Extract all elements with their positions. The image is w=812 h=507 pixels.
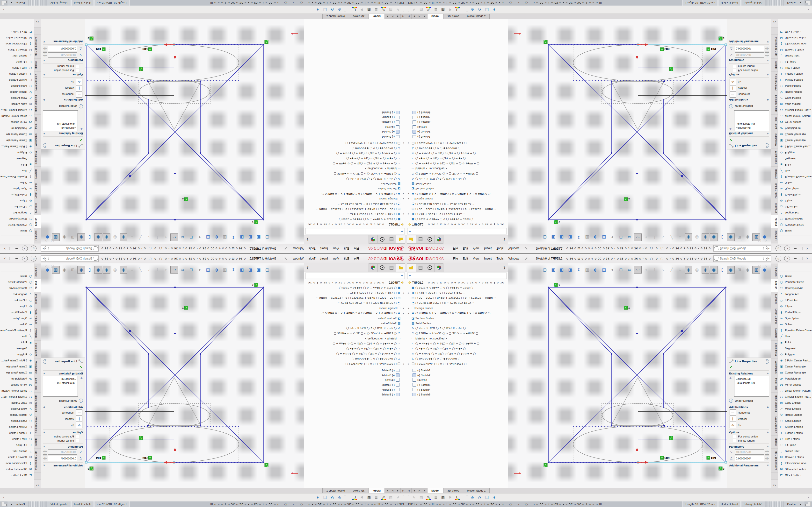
add-relation-row[interactable]: — Horizontal — [729, 409, 769, 415]
tool-item[interactable]: ∷ Linear Sketch Pattern — [0, 113, 34, 119]
sketch-tree-item[interactable]: (-) Sketch4 — [304, 115, 406, 120]
heads-up-icon[interactable]: ◨ — [566, 233, 574, 241]
heads-up-icon[interactable]: ● — [769, 233, 771, 241]
panel-expand-chevron-icon[interactable]: ❯ — [501, 238, 508, 241]
close-button[interactable]: × — [4, 257, 6, 261]
tab-scroll-button[interactable]: ◀ — [395, 488, 400, 493]
tool-item[interactable]: ◞ Sketch Fillet — [0, 448, 34, 454]
tab-scroll-button[interactable]: ▶ — [390, 14, 395, 19]
heads-up-icon[interactable]: ● — [769, 266, 771, 274]
relation-button-icon[interactable]: | — [76, 85, 83, 91]
minimize-button[interactable] — [15, 248, 18, 249]
tool-item[interactable]: ⊞ Copy Entities — [0, 400, 34, 406]
tree-root-item[interactable]: ❖ TЯPDL2. ⊙ ƷЄ ⊙ Ш ⊙ ⊙ ⊙ ✛ ⊙ ƆC ⊙ ƷЄ ⊙ ∙… — [406, 222, 508, 227]
graphics-area[interactable]: ╱Ʒ ╱Ʒ ╱Ʒ ╱ ╱ =109 =109 ▢▣◧◨↧▦◐▤▾⊟≋↩⌖⊥∿╱∟… — [41, 19, 304, 243]
construction-triangle[interactable] — [611, 378, 664, 426]
tree-item[interactable]: ▸ ❏ ◯ ƧƼƷЄИΝⱯ∪ ⊹ ◯ ⊙ ◯ ⊹ ∪ⱯИΝƷЄƼƧ ◯ — [304, 141, 406, 146]
sketch-tree-item[interactable]: (-) Sketch4 — [304, 387, 406, 392]
command-tab[interactable]: Mold Tools — [771, 376, 778, 393]
tree-item[interactable]: ▸ A ◯ ƧƼИΝ◉ ⊙ ✛ Ɐ ✛ ◉ИΝⱯ ◯ ⊙ ◯ ⱯИΝ◉ ✛ Ɐ … — [304, 311, 406, 316]
tab-scroll-button[interactable]: ◀ — [406, 14, 412, 19]
tool-item[interactable]: ⊞ Copy Entities — [778, 101, 812, 107]
menu-item[interactable]: Insert — [318, 256, 330, 261]
tree-item[interactable]: ≔ Material < not specified > — [406, 336, 508, 341]
relations-listbox[interactable]: Collinear108 Equal length109 — [734, 110, 769, 131]
help-icon[interactable]: ? — [784, 245, 790, 251]
heads-up-icon[interactable]: ⌖ — [642, 233, 650, 241]
bottom-toolbar-icon[interactable]: ✎ — [395, 495, 401, 501]
tool-item[interactable]: ⊢ Stretch Entities — [0, 77, 34, 83]
heads-up-icon[interactable]: ● — [41, 233, 43, 241]
command-tab[interactable]: Evaluate — [34, 166, 41, 181]
tree-item[interactable]: ✎ ◯ ƧƼ∙∪ ※ ⚷ⱯⓂ ◯ ⊙ ◯ ⓂⱯ⚷ ※ ∪∙ƼƧ ◯ — [406, 326, 508, 331]
panel-help-icon[interactable]: ? — [765, 359, 769, 363]
command-tab[interactable]: Mesh Modeling — [34, 393, 41, 414]
bottom-toolbar-icon[interactable]: ≣ — [373, 7, 379, 12]
tool-item[interactable]: ↥ Extend Entities — [778, 430, 812, 436]
collapse-chevron-icon[interactable]: ∧ — [767, 99, 769, 102]
bottom-toolbar-icon[interactable]: ▤ — [388, 495, 394, 501]
tree-item[interactable]: ∟ ◯ ИΝ⊙⅁⊙⚷◉ ◯ ⊙ ◯ ◉⚷⊙⅁⊙ИΝ ◯ — [304, 356, 406, 361]
heads-up-icon[interactable]: ◉ — [103, 233, 110, 241]
tree-item[interactable]: ▣ ◯ ƧƼƷЄ ✛ ⊙⚷◉ⱯΦ ◯ ⊙ ◯ ΦⱯ◉⚷⊙ ✛ ƷЄƼƧ ◯ — [406, 217, 508, 222]
heads-up-icon[interactable]: ⌖ — [162, 233, 170, 241]
add-relation-row[interactable]: | Vertical — [729, 416, 769, 422]
bottom-toolbar-icon[interactable]: ⊙ — [469, 495, 475, 501]
tree-item[interactable]: ▱ ◯ ∙◉ ✛ ◯ ※ ⦿ǀ◯ ⊙ ◯ǀ⦿ ※ ◯ ✛ ◉∙ ◯ — [304, 156, 406, 161]
restore-button[interactable] — [800, 247, 803, 250]
heads-up-icon[interactable]: ◨ — [238, 266, 246, 274]
bottom-toolbar-icon[interactable]: ❏ — [322, 7, 328, 12]
sketch-tree-item[interactable]: Sketch3 — [304, 125, 406, 129]
tool-item[interactable]: ∿ Style Spline — [0, 315, 34, 321]
relations-listbox[interactable]: Collinear108 Equal length109 — [43, 376, 78, 397]
tool-item[interactable]: ⊠ Silhouette Entities — [778, 35, 812, 41]
command-tab[interactable]: MBD Dimensions — [771, 449, 778, 473]
heads-up-icon[interactable]: ◉ — [684, 266, 692, 274]
tool-item[interactable]: ∾ Spline — [0, 321, 34, 327]
tree-item[interactable]: Σ ◯ ƧƼИΝ◉ ⊙ ✛ Ɐ∪ƷЄ ◯ ⊙ ◯ ƷЄ∪Ɐ ✛ ⊙ ◉ИΝƼƧ … — [304, 331, 406, 336]
sketch-lines[interactable] — [85, 45, 264, 220]
tool-item[interactable]: ƒ Equation Driven Curve — [0, 327, 34, 333]
tree-filter-input[interactable] — [412, 230, 506, 233]
tool-item[interactable]: ⊠ Silhouette Entities — [0, 466, 34, 472]
upper-ellipse[interactable] — [139, 80, 210, 103]
toolbar-overflow-chevron-icon[interactable]: » — [808, 8, 809, 11]
construction-triangle[interactable] — [148, 81, 201, 129]
relation-button-icon[interactable]: | — [729, 416, 736, 422]
command-tab[interactable]: Surfaces — [34, 201, 41, 215]
section-existing-relations[interactable]: Existing Relations∧ — [43, 372, 83, 375]
expand-chevron-icon[interactable]: ∨ — [43, 40, 45, 43]
document-tab[interactable]: 3D Views — [349, 488, 368, 493]
tool-item[interactable]: ▭ Corner Rectangle — [0, 370, 34, 376]
heads-up-icon[interactable]: ↩ — [170, 233, 178, 241]
bottom-toolbar-icon[interactable]: ≣ — [373, 495, 379, 501]
menu-item[interactable]: Edit — [342, 256, 352, 261]
checkbox[interactable] — [75, 439, 79, 442]
tool-item[interactable]: ◞ Sketch Fillet — [778, 448, 812, 454]
tool-item[interactable]: ↻ Rotate Entities — [0, 89, 34, 95]
command-tab[interactable]: Direct Editing — [771, 306, 778, 326]
tree-filter-input[interactable] — [306, 274, 400, 277]
tree-item[interactable]: ◪ Surface Bodies — [406, 316, 508, 321]
length-field[interactable]: 10.88152731 — [735, 449, 764, 455]
bottom-toolbar-icon[interactable]: ▤ — [418, 495, 424, 501]
command-tab[interactable]: Evaluate — [771, 326, 778, 341]
expand-arrow-icon[interactable]: ▸ — [407, 142, 411, 145]
status-custom-dropdown[interactable]: Custom ▲ — [7, 501, 28, 507]
command-tab[interactable]: Data Migration — [34, 72, 41, 93]
bottom-toolbar-icon[interactable]: ✱ — [491, 7, 497, 12]
relation-button-icon[interactable]: ⚓ — [729, 79, 736, 85]
status-custom-dropdown[interactable]: Custom ▲ — [784, 0, 805, 6]
graphics-area[interactable]: ╱Ʒ ╱Ʒ ╱Ʒ ╱ ╱ =109 =109 ▢▣◧◨↧▦◐▤▾⊟≋↩⌖⊥∿╱∟… — [41, 264, 304, 488]
expand-arrow-icon[interactable]: ▸ — [407, 362, 411, 365]
line-endpoint-handle[interactable] — [725, 461, 727, 463]
tool-item[interactable]: ∷ Linear Sketch Pattern — [778, 113, 812, 119]
heads-up-icon[interactable]: ◉ — [77, 266, 85, 274]
checkbox[interactable] — [75, 69, 79, 72]
tool-item[interactable]: ⋈ Mirror Entities — [778, 119, 812, 125]
bottom-toolbar-icon[interactable]: ✎ — [380, 495, 387, 501]
tree-item[interactable]: ▱ ◯ ∙◉ ✛ ◯ ※ ⦿ǀ◯ ⊙ ◯ǀ⦿ ※ ◯ ✛ ◉∙ ◯ — [406, 156, 508, 161]
tree-item[interactable]: ▸ ◉ ◯ ⅄⚷◉ ✛ ƧƼ⊙Ƨ ◯ ⊙ ◯ Ƨ⊙ƼƧ ✛ ◉⚷⅄ ◯ — [304, 290, 406, 295]
close-button[interactable]: × — [806, 257, 808, 261]
relations-listbox[interactable]: Collinear108 Equal length109 — [734, 376, 769, 397]
